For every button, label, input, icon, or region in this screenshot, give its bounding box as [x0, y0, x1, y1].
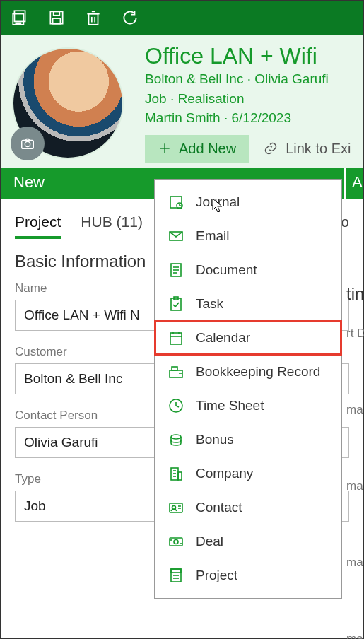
add-new-dropdown: Journal Email Document Task Calendar Boo… [154, 179, 342, 599]
right-label-ma3: ma [346, 556, 364, 570]
dd-task-label: Task [196, 296, 223, 312]
dd-timesheet[interactable]: Time Sheet [155, 389, 341, 423]
dd-calendar[interactable]: Calendar [155, 321, 341, 355]
add-new-button[interactable]: Add New [145, 135, 249, 163]
contact-icon [168, 499, 184, 516]
right-label-rtd: rt D [346, 327, 364, 341]
dd-task[interactable]: Task [155, 287, 341, 321]
svg-rect-34 [172, 367, 177, 370]
right-label-ma1: ma [346, 403, 364, 417]
bookkeeping-icon [168, 363, 184, 380]
plus-icon [158, 141, 172, 156]
svg-rect-33 [170, 370, 182, 377]
header-info: Office LAN + Wifi Bolton & Bell Inc · Ol… [132, 43, 351, 163]
svg-line-38 [176, 406, 179, 407]
dd-bookkeeping[interactable]: Bookkeeping Record [155, 355, 341, 389]
dd-company-label: Company [196, 466, 253, 481]
calendar-icon [168, 329, 184, 346]
dd-timesheet-label: Time Sheet [196, 398, 264, 414]
right-label-ma4: ma [346, 632, 364, 639]
page-title: Office LAN + Wifi [145, 43, 351, 69]
link-icon [263, 141, 278, 156]
dd-project-label: Project [196, 568, 237, 583]
deal-icon [168, 533, 184, 550]
dd-bonus-label: Bonus [196, 432, 234, 447]
right-label-ma2: ma [346, 479, 364, 493]
dd-journal-label: Journal [196, 194, 240, 210]
svg-rect-26 [170, 333, 182, 344]
header-subline-2: Job · Realisation [145, 89, 351, 109]
task-icon [168, 295, 184, 312]
top-toolbar [1, 1, 363, 35]
dd-email-label: Email [196, 228, 230, 244]
link-existing-button[interactable]: Link to Exi [263, 135, 351, 163]
status-next[interactable]: A [346, 168, 364, 199]
dd-document[interactable]: Document [155, 253, 341, 287]
bonus-icon [168, 431, 184, 448]
header-subline-1: Bolton & Bell Inc · Olivia Garufi [145, 69, 351, 89]
dd-project[interactable]: Project [155, 558, 341, 592]
svg-point-12 [25, 141, 30, 146]
dd-deal[interactable]: Deal [155, 524, 341, 558]
journal-icon [168, 194, 184, 211]
tab-hub[interactable]: HUB (11) [81, 213, 143, 239]
svg-rect-6 [89, 14, 98, 25]
svg-rect-41 [178, 472, 182, 480]
svg-rect-54 [171, 569, 181, 573]
tab-project[interactable]: Project [15, 213, 61, 239]
trash-icon[interactable] [84, 8, 102, 27]
dd-contact[interactable]: Contact [155, 491, 341, 524]
dd-contact-label: Contact [196, 500, 242, 515]
svg-point-39 [171, 435, 181, 439]
change-photo-button[interactable] [11, 127, 45, 160]
document-icon [168, 262, 184, 279]
dd-journal[interactable]: Journal [155, 185, 341, 219]
avatar-container [12, 43, 132, 163]
svg-rect-2 [16, 23, 22, 25]
clock-icon [168, 397, 184, 414]
company-icon [168, 465, 184, 482]
refresh-icon[interactable] [121, 8, 139, 27]
save-icon[interactable] [47, 8, 66, 27]
save-all-icon[interactable] [11, 8, 29, 27]
svg-rect-49 [170, 538, 182, 546]
svg-rect-5 [53, 18, 61, 24]
email-icon [168, 228, 184, 245]
right-section-title-fragment: tin [346, 284, 364, 304]
add-new-label: Add New [179, 141, 236, 157]
dd-document-label: Document [196, 262, 257, 278]
dd-deal-label: Deal [196, 534, 223, 549]
record-header: Office LAN + Wifi Bolton & Bell Inc · Ol… [1, 35, 363, 168]
dd-company[interactable]: Company [155, 457, 341, 491]
project-icon [168, 567, 184, 584]
dd-calendar-label: Calendar [196, 330, 250, 346]
dd-bonus[interactable]: Bonus [155, 423, 341, 457]
link-existing-label: Link to Exi [286, 141, 351, 157]
dd-email[interactable]: Email [155, 219, 341, 253]
header-subline-3: Martin Smith · 6/12/2023 [145, 108, 351, 128]
right-column-fragments: tin rt D ma ma ma ma [346, 218, 364, 639]
svg-point-50 [174, 540, 178, 544]
svg-rect-4 [54, 11, 60, 15]
dd-bookkeeping-label: Bookkeeping Record [196, 364, 320, 380]
